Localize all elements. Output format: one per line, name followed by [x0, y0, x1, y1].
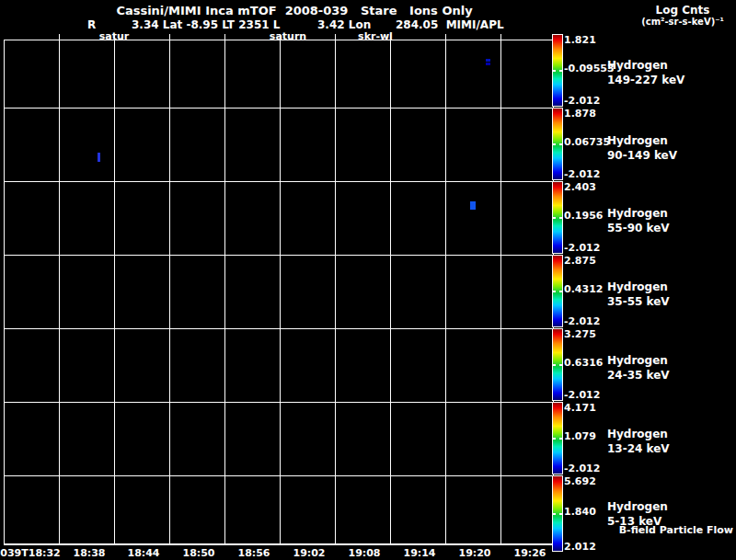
panel-border [4, 108, 554, 109]
time-tick-label: 19:14 [403, 547, 435, 559]
time-tick-label: 18:38 [73, 547, 105, 559]
panel-7-species: Hydrogen [607, 500, 668, 513]
panel-border [4, 255, 554, 256]
panel-4-species: Hydrogen [607, 280, 668, 293]
cb-min-2: -2.012 [564, 168, 600, 180]
annotation-saturn: saturn [270, 30, 306, 42]
cb-min-4: -2.012 [564, 315, 600, 327]
cb-min-6: -2.012 [564, 463, 600, 474]
ephemeris-source: 284.05 MIMI/APL [396, 18, 504, 31]
panel-2-energy: 90-149 keV [607, 149, 677, 162]
cb-min-5: -2.012 [564, 389, 600, 401]
gridline [169, 40, 170, 544]
colorbar-legend-units: (cm²-sr-s-keV)⁻¹ [641, 17, 724, 27]
gridline [280, 40, 281, 544]
gridline [4, 40, 5, 544]
data-point [486, 63, 490, 65]
time-tick-label: 19:26 [513, 547, 546, 559]
cb-max-7: 5.692 [564, 475, 596, 487]
colorbar-panel-1 [552, 34, 563, 107]
data-point [470, 201, 476, 210]
cb-mid-3: 0.1956 [564, 210, 603, 222]
panel-6-species: Hydrogen [607, 428, 668, 440]
gridline [335, 40, 336, 544]
colorbar-panel-6 [552, 402, 563, 474]
colorbar-panel-2 [552, 108, 563, 180]
colorbar-panel-4 [552, 255, 563, 327]
panel-3-energy: 55-90 keV [607, 222, 670, 234]
colorbar-legend-title: Log Cnts [656, 4, 710, 17]
panel-4-energy: 35-55 keV [607, 295, 670, 308]
cb-mid-7: 1.840 [564, 506, 596, 518]
cb-mid-5: 0.6316 [564, 357, 603, 369]
cb-mid-6: 1.079 [564, 430, 596, 442]
gridline [224, 40, 225, 544]
panel-2-species: Hydrogen [607, 134, 668, 147]
gridline [114, 40, 115, 544]
panel-6-energy: 13-24 keV [607, 442, 670, 455]
cb-max-6: 4.171 [564, 402, 596, 414]
annotation-skr-wl: skr-wl [358, 30, 393, 42]
gridline [500, 40, 501, 544]
ephemeris-lon: 3.42 Lon [317, 18, 371, 31]
time-tick-label: 19:02 [293, 547, 325, 559]
gridline [59, 40, 60, 544]
cb-mid-4: 0.4312 [564, 283, 603, 295]
panel-border [4, 40, 554, 40]
colorbar-panel-7 [552, 475, 563, 552]
panel-border [4, 328, 554, 329]
panel-5-species: Hydrogen [607, 354, 668, 367]
data-point [486, 59, 490, 62]
panel-border [4, 402, 554, 403]
panel-border [4, 181, 554, 182]
cb-min-3: -2.012 [564, 242, 600, 254]
cb-max-5: 3.275 [564, 328, 596, 340]
cb-min-1: -2.012 [564, 95, 600, 107]
gridline [445, 40, 446, 544]
plot-title: Cassini/MIMI Inca mTOF 2008-039 Stare Io… [0, 4, 589, 17]
colorbar-panel-3 [552, 181, 563, 254]
time-axis-line [4, 543, 554, 545]
time-tick-label: 19:08 [348, 547, 380, 559]
time-tick-label: 18:56 [237, 547, 270, 559]
panel-5-energy: 24-35 keV [607, 369, 670, 382]
panel-1-energy: 149-227 keV [607, 74, 684, 86]
time-tick-label: 039T18:32 [0, 547, 60, 559]
cb-mid-2: 0.06735 [564, 136, 610, 148]
cb-max-1: 1.821 [564, 34, 596, 46]
ephemeris-lat-lt-l: 3.34 Lat -8.95 LT 2351 L [132, 18, 280, 31]
time-tick-label: 18:44 [127, 547, 159, 559]
cb-min-7: 2.012 [564, 541, 596, 553]
panel-border [4, 475, 554, 476]
panel-1-species: Hydrogen [607, 59, 668, 72]
data-point [98, 153, 100, 162]
gridline [390, 40, 391, 544]
colorbar-panel-5 [552, 328, 563, 401]
ephemeris-r: R [87, 18, 96, 31]
cb-max-3: 2.403 [564, 181, 596, 193]
cb-max-4: 2.875 [564, 255, 596, 267]
panel-3-species: Hydrogen [607, 207, 668, 220]
time-tick-label: 19:20 [458, 547, 490, 559]
spectrogram-screen: Cassini/MIMI Inca mTOF 2008-039 Stare Io… [0, 0, 736, 560]
cb-max-2: 1.878 [564, 108, 596, 120]
time-tick-label: 18:50 [182, 547, 214, 559]
bfield-particle-flow-label: B-field Particle Flow [619, 524, 733, 536]
